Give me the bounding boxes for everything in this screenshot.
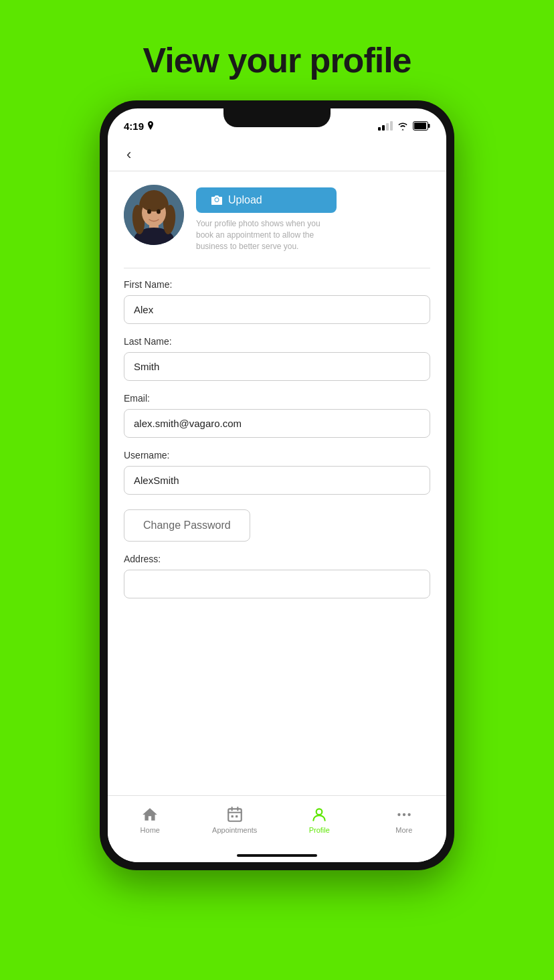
home-indicator (108, 849, 446, 862)
phone-inner: 4:19 (108, 108, 446, 862)
username-label: Username: (124, 450, 430, 461)
content-area: Upload Your profile photo shows when you… (108, 171, 446, 795)
appointments-icon (226, 806, 244, 823)
tab-more[interactable]: More (362, 806, 447, 834)
tab-home[interactable]: Home (108, 806, 193, 834)
address-group: Address: (124, 554, 430, 598)
last-name-label: Last Name: (124, 336, 430, 347)
more-icon (395, 806, 413, 823)
email-group: Email: (124, 393, 430, 438)
status-time: 4:19 (124, 120, 155, 132)
username-group: Username: (124, 450, 430, 495)
tab-profile[interactable]: Profile (277, 806, 362, 834)
tab-more-label: More (395, 826, 412, 834)
svg-point-10 (141, 193, 167, 212)
avatar (124, 185, 184, 245)
last-name-group: Last Name: (124, 336, 430, 381)
svg-rect-13 (228, 809, 242, 821)
profile-icon (310, 806, 328, 823)
svg-point-16 (316, 809, 322, 815)
tab-profile-label: Profile (309, 826, 330, 834)
home-icon (141, 806, 159, 823)
signal-icon (378, 121, 393, 131)
camera-icon (211, 195, 223, 206)
tab-bar: Home Appointments Profile (108, 795, 446, 849)
change-password-button[interactable]: Change Password (124, 509, 250, 542)
svg-rect-1 (414, 122, 426, 129)
first-name-group: First Name: (124, 279, 430, 324)
address-label: Address: (124, 554, 430, 564)
username-input[interactable] (124, 466, 430, 495)
home-bar (237, 854, 317, 857)
notch (223, 108, 331, 127)
email-label: Email: (124, 393, 430, 404)
wifi-icon (397, 121, 409, 131)
location-icon (147, 121, 155, 131)
upload-button[interactable]: Upload (196, 187, 337, 213)
svg-point-11 (147, 210, 151, 214)
time-display: 4:19 (124, 120, 144, 132)
status-icons (378, 121, 430, 131)
svg-rect-14 (231, 815, 233, 817)
svg-rect-2 (428, 124, 430, 128)
back-button[interactable]: ‹ (121, 143, 136, 166)
first-name-label: First Name: (124, 279, 430, 290)
upload-description: Your profile photo shows when you book a… (196, 218, 337, 252)
phone-shell: 4:19 (100, 100, 454, 870)
svg-point-18 (403, 813, 405, 815)
svg-point-17 (397, 813, 400, 815)
svg-point-12 (157, 210, 161, 214)
page-title: View your profile (143, 40, 411, 80)
battery-icon (413, 121, 430, 131)
tab-appointments-label: Appointments (212, 826, 257, 834)
email-input[interactable] (124, 409, 430, 438)
avatar-section: Upload Your profile photo shows when you… (124, 185, 430, 252)
address-input[interactable] (124, 570, 430, 598)
svg-rect-15 (236, 815, 238, 817)
divider-1 (124, 268, 430, 268)
upload-label: Upload (228, 194, 262, 206)
tab-appointments[interactable]: Appointments (193, 806, 278, 834)
first-name-input[interactable] (124, 295, 430, 324)
tab-home-label: Home (141, 826, 160, 834)
avatar-right: Upload Your profile photo shows when you… (196, 185, 337, 252)
svg-point-19 (407, 813, 410, 815)
nav-bar: ‹ (108, 138, 446, 171)
last-name-input[interactable] (124, 352, 430, 381)
